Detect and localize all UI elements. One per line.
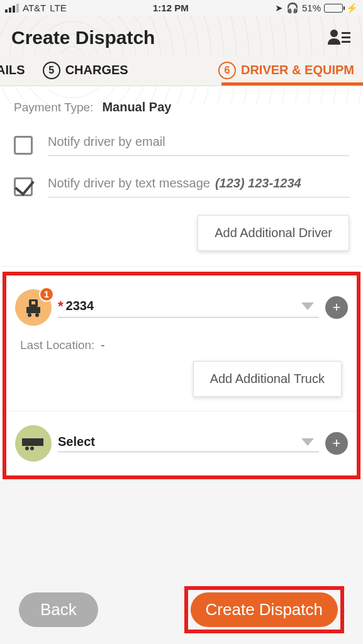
notify-sms-label: Notify driver by text message (123) 123-… [48, 176, 349, 197]
tab-driver-equipment[interactable]: 6 DRIVER & EQUIPM [209, 62, 363, 79]
battery-icon [324, 4, 343, 13]
trailer-icon [15, 425, 52, 462]
svg-point-6 [28, 313, 31, 317]
required-indicator: * [58, 298, 64, 314]
trailer-placeholder: Select [58, 435, 301, 449]
svg-point-11 [30, 447, 34, 450]
notify-sms-phone: (123) 123-1234 [215, 176, 301, 191]
clock: 1:12 PM [153, 3, 189, 13]
active-tab-indicator [221, 82, 363, 86]
battery-pct: 51% [302, 3, 321, 13]
svg-rect-5 [26, 307, 40, 313]
signal-icon [5, 4, 19, 13]
add-additional-truck-button[interactable]: Add Additional Truck [193, 361, 342, 397]
payment-type-label: Payment Type: [14, 101, 93, 114]
trailer-select[interactable]: Select [58, 435, 319, 452]
trailer-section: Select + [6, 411, 357, 475]
create-dispatch-button[interactable]: Create Dispatch [191, 592, 338, 627]
page-header: Create Dispatch [0, 16, 363, 55]
footer-actions: Back Create Dispatch [0, 575, 363, 644]
svg-point-10 [25, 447, 29, 450]
step-number-icon: 6 [218, 62, 236, 79]
truck-section: 1 * 2334 + Last Location: - Add Addition… [6, 275, 357, 411]
notify-email-checkbox[interactable] [14, 136, 33, 155]
truck-badge: 1 [39, 287, 54, 302]
chevron-down-icon [301, 438, 314, 446]
tab-charges[interactable]: 5 CHARGES [34, 62, 137, 79]
add-additional-driver-button[interactable]: Add Additional Driver [198, 215, 349, 251]
add-truck-plus-button[interactable]: + [325, 296, 348, 319]
add-trailer-plus-button[interactable]: + [325, 432, 348, 455]
payment-type-value: Manual Pay [102, 100, 171, 114]
headphones-icon: 🎧 [286, 2, 299, 14]
step-tabs: ETAILS 5 CHARGES 6 DRIVER & EQUIPM [0, 55, 363, 86]
notify-sms-checkbox[interactable] [14, 177, 33, 196]
svg-rect-9 [22, 438, 43, 446]
driver-panel: Payment Type: Manual Pay Notify driver b… [0, 86, 363, 267]
profile-menu-button[interactable] [327, 27, 352, 48]
svg-rect-3 [342, 41, 350, 43]
back-button[interactable]: Back [19, 592, 98, 627]
svg-rect-1 [342, 32, 350, 34]
svg-point-0 [330, 30, 338, 37]
truck-select[interactable]: * 2334 [58, 298, 319, 318]
svg-rect-8 [31, 301, 35, 304]
svg-rect-2 [342, 36, 350, 38]
last-location-label: Last Location: [20, 338, 94, 352]
location-icon: ➤ [275, 3, 283, 14]
notify-email-label: Notify driver by email [48, 135, 349, 156]
status-bar: AT&T LTE 1:12 PM ➤ 🎧 51% ⚡ [0, 0, 363, 16]
charging-icon: ⚡ [346, 3, 358, 14]
step-number-icon: 5 [43, 62, 60, 79]
truck-value: 2334 [66, 299, 301, 313]
svg-point-7 [35, 313, 39, 317]
network-label: LTE [50, 3, 66, 13]
chevron-down-icon [301, 303, 314, 310]
tab-details[interactable]: ETAILS [0, 63, 34, 77]
page-title: Create Dispatch [11, 27, 155, 48]
carrier-label: AT&T [23, 3, 46, 13]
create-button-highlight: Create Dispatch [184, 586, 344, 633]
last-location-value: - [101, 338, 104, 352]
equipment-highlight-box: 1 * 2334 + Last Location: - Add Addition… [3, 272, 360, 479]
